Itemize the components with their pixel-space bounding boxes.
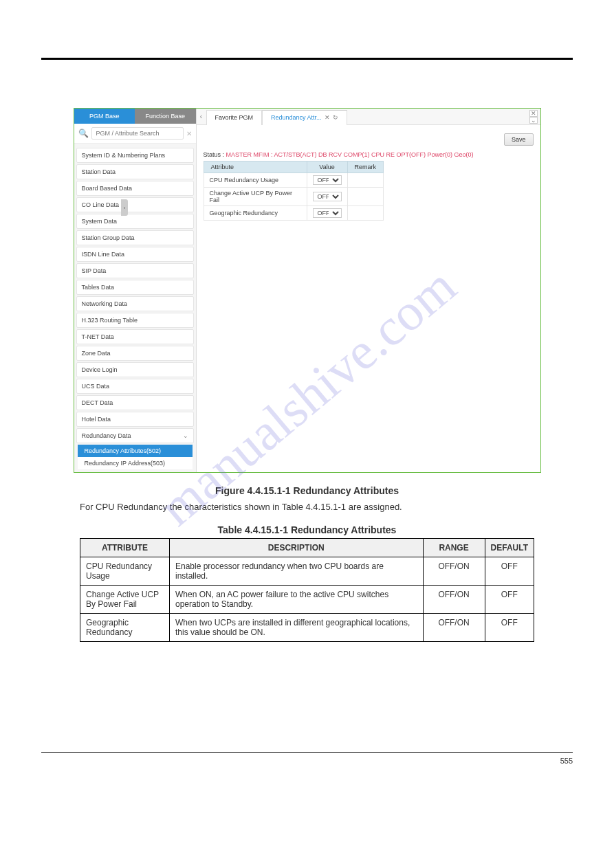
page-footer: 555 (41, 752, 573, 765)
save-button[interactable]: Save (504, 133, 534, 146)
sidebar-item-co-line[interactable]: CO Line Data (76, 197, 194, 212)
header-rule (41, 58, 573, 60)
col-value: Value (307, 162, 347, 173)
sidebar-item-tnet[interactable]: T-NET Data (76, 329, 194, 344)
sidebar-sub-redundancy-attr[interactable]: Redundancy Attributes(502) (78, 445, 193, 457)
value-select[interactable]: OFF (313, 175, 342, 185)
table-row: Change Active UCP By Power Fail OFF (204, 188, 384, 206)
sidebar-item-h323[interactable]: H.323 Routing Table (76, 313, 194, 328)
body-text: For CPU Redundancy the characteristics s… (80, 502, 534, 512)
col-attribute: Attribute (204, 162, 307, 173)
main-spacer (197, 221, 540, 441)
tab-close-icon[interactable]: ✕ (325, 114, 330, 121)
sidebar-tabs: PGM Base Function Base (74, 109, 196, 124)
clear-icon[interactable]: ✕ (186, 130, 192, 137)
action-row: Save (197, 125, 540, 151)
main-panel: ‹ Favorite PGM Redundancy Attr... ✕ ↻ ✕ … (197, 109, 540, 472)
tab-redundancy-attr[interactable]: Redundancy Attr... ✕ ↻ (262, 110, 347, 125)
ref-row: CPU Redundancy Usage Enable processor re… (80, 557, 534, 586)
value-select[interactable]: OFF (313, 208, 342, 218)
tab-label: Redundancy Attr... (271, 114, 322, 121)
app-screenshot: PGM Base Function Base 🔍 ✕ System ID & N… (74, 108, 541, 473)
sidebar-item-redundancy[interactable]: Redundancy Data (76, 428, 194, 443)
ref-col-default: DEFAULT (485, 539, 534, 557)
sidebar-item-ucs[interactable]: UCS Data (76, 379, 194, 394)
tab-refresh-icon[interactable]: ↻ (333, 114, 338, 121)
sidebar-item-station-data[interactable]: Station Data (76, 164, 194, 179)
search-icon: 🔍 (78, 129, 89, 138)
sidebar-nav: System ID & Numbering Plans Station Data… (74, 144, 196, 472)
tab-function-base[interactable]: Function Base (135, 109, 196, 124)
tab-pgm-base[interactable]: PGM Base (74, 109, 135, 124)
attribute-table: Attribute Value Remark CPU Redundancy Us… (204, 161, 384, 221)
reference-table: ATTRIBUTE DESCRIPTION RANGE DEFAULT CPU … (80, 538, 534, 642)
search-row: 🔍 ✕ (74, 124, 196, 144)
cell-remark (347, 173, 384, 188)
cell-attr: Change Active UCP By Power Fail (204, 188, 307, 206)
sidebar-item-system-id[interactable]: System ID & Numbering Plans (76, 148, 194, 163)
tab-favorite-pgm[interactable]: Favorite PGM (206, 110, 263, 125)
sidebar-item-dect[interactable]: DECT Data (76, 395, 194, 410)
table-header-row: Attribute Value Remark (204, 162, 384, 173)
sidebar-item-networking[interactable]: Networking Data (76, 296, 194, 311)
tab-bar: ‹ Favorite PGM Redundancy Attr... ✕ ↻ ✕ … (197, 109, 540, 125)
sidebar-item-tables[interactable]: Tables Data (76, 280, 194, 295)
status-label: Status : (204, 151, 226, 158)
status-value: MASTER MFIM : ACT/STB(ACT) DB RCV COMP(1… (226, 151, 474, 158)
sidebar-item-station-group[interactable]: Station Group Data (76, 230, 194, 245)
ref-col-range: RANGE (423, 539, 485, 557)
sidebar-sub-redundancy-ip[interactable]: Redundancy IP Address(503) (78, 457, 193, 469)
tabbar-right-icons: ✕ ⌄ (529, 110, 538, 124)
sidebar: PGM Base Function Base 🔍 ✕ System ID & N… (74, 109, 197, 472)
sidebar-item-device-login[interactable]: Device Login (76, 362, 194, 377)
table-row: CPU Redundancy Usage OFF (204, 173, 384, 188)
sidebar-item-isdn[interactable]: ISDN Line Data (76, 247, 194, 262)
ref-row: Geographic Redundancy When two UCPs are … (80, 614, 534, 642)
value-select[interactable]: OFF (313, 192, 342, 201)
cell-attr: Geographic Redundancy (204, 206, 307, 221)
sidebar-item-hotel[interactable]: Hotel Data (76, 412, 194, 427)
ref-col-desc: DESCRIPTION (170, 539, 424, 557)
sidebar-item-system-data[interactable]: System Data (76, 214, 194, 229)
ref-header-row: ATTRIBUTE DESCRIPTION RANGE DEFAULT (80, 539, 534, 557)
table-row: Geographic Redundancy OFF (204, 206, 384, 221)
table-caption: Table 4.4.15.1-1 Redundancy Attributes (41, 524, 573, 535)
tab-prev-icon[interactable]: ‹ (197, 113, 206, 120)
ref-col-attr: ATTRIBUTE (80, 539, 170, 557)
footer-page: 555 (560, 757, 573, 765)
col-remark: Remark (347, 162, 384, 173)
cell-remark (347, 188, 384, 206)
tab-close-all-icon[interactable]: ✕ (529, 110, 538, 117)
tab-dropdown-icon[interactable]: ⌄ (529, 117, 538, 124)
sidebar-item-sip[interactable]: SIP Data (76, 263, 194, 278)
cell-attr: CPU Redundancy Usage (204, 173, 307, 188)
figure-caption: Figure 4.4.15.1-1 Redundancy Attributes (41, 485, 573, 496)
cell-remark (347, 206, 384, 221)
status-line: Status : MASTER MFIM : ACT/STB(ACT) DB R… (197, 151, 540, 161)
sidebar-item-board-based[interactable]: Board Based Data (76, 181, 194, 196)
sidebar-item-zone[interactable]: Zone Data (76, 346, 194, 361)
sidebar-collapse-handle[interactable]: ‹ (121, 199, 128, 216)
ref-row: Change Active UCP By Power Fail When ON,… (80, 586, 534, 614)
search-input[interactable] (91, 127, 184, 140)
